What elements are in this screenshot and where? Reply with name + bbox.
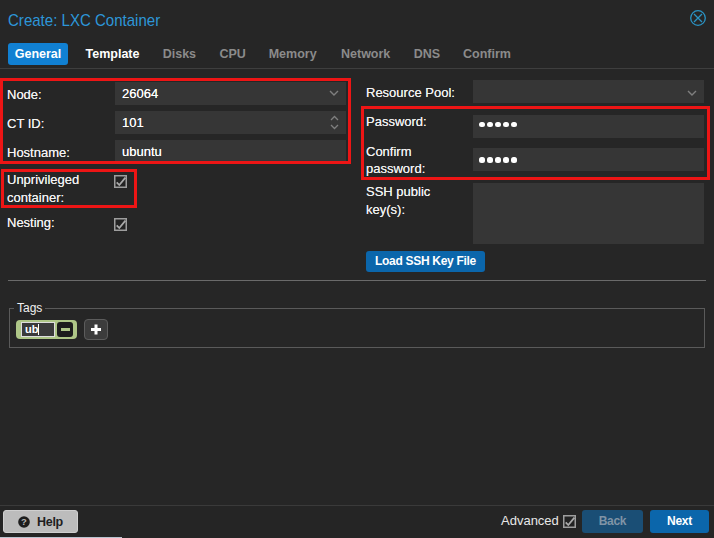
svg-text:?: ? (21, 516, 27, 527)
